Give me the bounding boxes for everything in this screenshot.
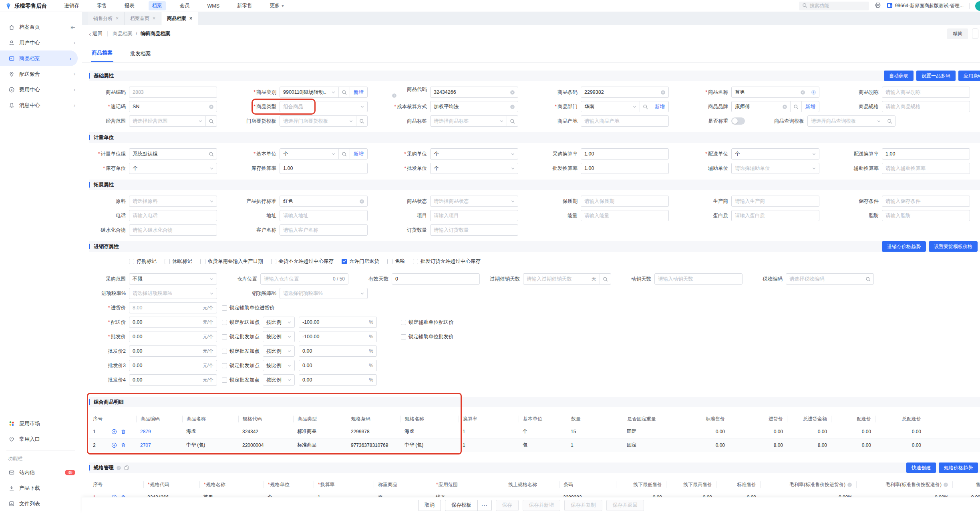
sidebar-item[interactable]: 档案首页⇤: [0, 19, 82, 35]
delete-row-icon[interactable]: [121, 429, 126, 434]
item-link[interactable]: 2879: [140, 429, 151, 434]
close-icon[interactable]: ×: [116, 16, 119, 21]
select-field[interactable]: 按比例: [263, 345, 295, 357]
text-input[interactable]: 8.00元/个: [129, 302, 217, 313]
select-field[interactable]: 华南新增: [581, 101, 669, 112]
text-input[interactable]: 1.00: [280, 163, 368, 174]
text-input[interactable]: 请输入保质期: [581, 196, 669, 207]
add-new-button[interactable]: 新增: [350, 151, 367, 158]
text-input[interactable]: 请输入电话: [129, 210, 217, 221]
sidebar-item[interactable]: 消息中心›: [0, 97, 82, 113]
nav-item[interactable]: 报表: [121, 1, 138, 10]
account-info[interactable]: 99664-新界面商超版测试-管理...: [887, 2, 964, 10]
add-new-button[interactable]: 新增: [802, 103, 819, 110]
select-field[interactable]: 请选择商品状态: [430, 196, 518, 207]
text-input[interactable]: 1.00: [581, 163, 669, 174]
select-field[interactable]: 按比例: [263, 331, 295, 342]
checkbox[interactable]: 锁定批发加点: [222, 362, 260, 369]
select-field[interactable]: 按比例: [263, 374, 295, 386]
text-input[interactable]: 1.00: [581, 148, 669, 160]
select-field[interactable]: 请选择辅助单位: [731, 163, 819, 174]
search-icon[interactable]: [206, 119, 217, 124]
clipped-button[interactable]: [972, 28, 978, 39]
search-icon[interactable]: [884, 119, 895, 124]
text-input[interactable]: 2883: [129, 87, 217, 98]
select-field[interactable]: 9900110|磁场转动..新增: [280, 87, 368, 98]
action-button[interactable]: 进销存价格趋势: [882, 241, 926, 252]
select-field[interactable]: 请选择商品查询模板: [807, 115, 895, 127]
text-input[interactable]: 请输入客户名称: [280, 224, 368, 236]
sidebar-item[interactable]: 常用入口: [0, 431, 82, 447]
checkbox[interactable]: 允许门店退货: [342, 258, 379, 265]
text-input[interactable]: -100.00%: [299, 331, 377, 342]
nav-item[interactable]: WMS: [204, 2, 223, 10]
select-field[interactable]: 请选择门店要货模板: [280, 115, 368, 127]
select-field[interactable]: 请选择经营范围: [129, 115, 217, 127]
search-icon[interactable]: [339, 90, 350, 95]
checkbox[interactable]: 休眠标记: [165, 258, 192, 265]
search-icon[interactable]: [791, 104, 801, 109]
nav-item[interactable]: 更多▼: [266, 1, 288, 10]
select-field[interactable]: 个: [430, 163, 518, 174]
text-input[interactable]: 请输入商品规格: [882, 101, 970, 112]
text-input[interactable]: 红色: [280, 196, 368, 207]
nav-item[interactable]: 进销存: [60, 1, 83, 10]
text-input[interactable]: 32434266: [430, 87, 518, 98]
sidebar-item[interactable]: ¥费用中心›: [0, 82, 82, 97]
page-tab[interactable]: 批发档案: [129, 50, 152, 62]
select-field[interactable]: 请选择原料: [129, 196, 217, 207]
sidebar-item[interactable]: 文件列表: [0, 496, 82, 511]
checkbox[interactable]: 锁定配送加点: [222, 319, 260, 326]
text-input[interactable]: 0: [392, 273, 480, 285]
select-field[interactable]: 个: [731, 148, 819, 160]
search-icon[interactable]: [507, 119, 518, 124]
checkbox[interactable]: 锁定批发加点: [222, 377, 260, 384]
text-input[interactable]: 请选择税收编码: [786, 273, 874, 285]
clear-icon[interactable]: [779, 104, 790, 109]
text-input[interactable]: 请输入蛋白质: [731, 210, 819, 221]
close-icon[interactable]: ×: [153, 16, 155, 21]
search-icon[interactable]: [356, 119, 367, 124]
text-input[interactable]: 0.00%: [299, 360, 377, 371]
tab-销售分析[interactable]: 销售分析×: [88, 12, 125, 25]
text-input[interactable]: 系统默认组: [129, 148, 217, 160]
text-input[interactable]: -100.00%: [299, 317, 377, 328]
select-field[interactable]: 个: [430, 148, 518, 160]
text-input[interactable]: 0.00%: [299, 345, 377, 357]
search-icon[interactable]: [206, 151, 217, 157]
select-field[interactable]: 组合商品: [280, 101, 368, 112]
text-input[interactable]: 1.00: [882, 148, 970, 160]
text-input[interactable]: 请输入脂肪: [882, 210, 970, 221]
select-field[interactable]: 请选择销项税率%: [280, 288, 368, 299]
text-input[interactable]: 请输入动销天数: [654, 273, 743, 285]
text-input[interactable]: 0.00元/个: [129, 360, 217, 371]
clear-icon[interactable]: [206, 104, 217, 109]
close-icon[interactable]: ×: [189, 16, 192, 21]
clear-icon[interactable]: [507, 90, 518, 95]
checkbox[interactable]: 锁定批发加点: [222, 333, 260, 340]
select-field[interactable]: 按比例: [263, 360, 295, 371]
action-button[interactable]: 规格价格趋势: [939, 463, 978, 473]
text-input[interactable]: 请输入生产商: [731, 196, 819, 207]
checkbox[interactable]: 批发订货允许超过中心库存: [413, 258, 481, 265]
add-row-icon[interactable]: [111, 429, 117, 434]
save-template-button[interactable]: 保存模板: [445, 500, 478, 511]
search-icon[interactable]: [339, 151, 350, 157]
copy-icon[interactable]: [124, 465, 129, 471]
add-new-button[interactable]: 新增: [350, 89, 367, 96]
search-input[interactable]: 搜索功能: [799, 2, 869, 10]
text-input[interactable]: 请输入商品别称: [882, 87, 970, 98]
text-input[interactable]: 0.00元/个: [129, 331, 217, 342]
breadcrumb-parent[interactable]: 商品档案: [113, 30, 133, 37]
text-input[interactable]: 2299382: [581, 87, 669, 98]
select-field[interactable]: 个: [129, 163, 217, 174]
search-icon[interactable]: [863, 277, 873, 282]
action-button[interactable]: 自动获取: [884, 71, 914, 81]
clear-icon[interactable]: [658, 90, 668, 95]
weigh-toggle[interactable]: [731, 117, 745, 125]
printer-icon[interactable]: [875, 2, 881, 10]
nav-item[interactable]: 会员: [176, 1, 193, 10]
select-field[interactable]: 不限: [129, 273, 217, 285]
sidebar-item[interactable]: 用户中心›: [0, 35, 82, 50]
text-input[interactable]: 请输入过期催销天数天: [523, 273, 611, 285]
